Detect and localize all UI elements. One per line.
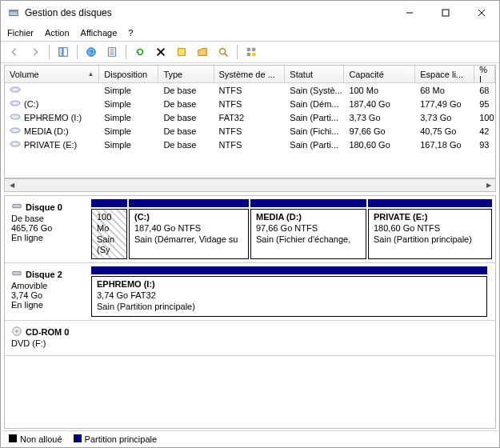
settings-button[interactable]: [242, 43, 260, 61]
volume-row[interactable]: SimpleDe baseNTFSSain (Systè...100 Mo68 …: [5, 83, 495, 97]
disk-label[interactable]: CD-ROM 0DVD (F:): [8, 324, 88, 352]
column-header-fs[interactable]: Système de ...: [214, 66, 286, 82]
svg-point-30: [14, 130, 17, 131]
volume-status: Sain (Systè...: [285, 86, 344, 95]
volume-list-body[interactable]: SimpleDe baseNTFSSain (Systè...100 Mo68 …: [5, 83, 495, 178]
search-button[interactable]: [214, 43, 232, 61]
svg-rect-3: [442, 10, 449, 16]
disk-label[interactable]: Disque 0De base465,76 GoEn ligne: [8, 199, 88, 259]
volume-fs: NTFS: [214, 126, 286, 136]
toolbar-separator: [237, 45, 238, 59]
cdrom-icon: [11, 326, 22, 338]
svg-rect-22: [252, 53, 255, 56]
volume-name: EPHREMO (I:): [24, 113, 82, 122]
svg-rect-20: [252, 48, 255, 51]
volume-status: Sain (Fichi...: [285, 126, 344, 136]
volume-pct: 42: [474, 126, 495, 136]
maximize-button[interactable]: [427, 1, 463, 25]
column-header-type[interactable]: Type: [158, 66, 214, 82]
volume-row[interactable]: EPHREMO (I:)SimpleDe baseFAT32Sain (Part…: [5, 110, 495, 124]
partition-size: 180,60 Go NTFS: [374, 223, 486, 234]
volume-row[interactable]: PRIVATE (E:)SimpleDe baseNTFSSain (Parti…: [5, 138, 495, 151]
volume-fs: FAT32: [214, 113, 286, 122]
column-header-capacity[interactable]: Capacité: [344, 66, 415, 82]
disk-row: Disque 0De base465,76 GoEn ligne100 MoSa…: [5, 196, 495, 263]
toolbar-separator: [77, 45, 78, 59]
open-button[interactable]: [194, 43, 211, 61]
menu-view[interactable]: Affichage: [81, 28, 118, 38]
volume-fs: NTFS: [214, 99, 286, 109]
volume-name: MEDIA (D:): [24, 126, 69, 136]
refresh-button[interactable]: [131, 43, 149, 61]
svg-text:?: ?: [89, 48, 93, 57]
volume-capacity: 97,66 Go: [344, 126, 415, 136]
scroll-left-arrow[interactable]: ◀: [5, 178, 18, 192]
svg-rect-7: [63, 48, 67, 57]
column-header-disposition[interactable]: Disposition: [99, 66, 158, 82]
menu-file[interactable]: Fichier: [7, 28, 34, 38]
disk-type: De base: [11, 214, 85, 223]
volume-status: Sain (Parti...: [285, 113, 344, 122]
menu-help[interactable]: ?: [128, 28, 133, 38]
partition-size: 100 Mo: [97, 212, 122, 234]
svg-rect-19: [247, 48, 250, 51]
help-button[interactable]: ?: [82, 43, 100, 61]
volume-fs: NTFS: [214, 86, 286, 95]
disk-row: Disque 2Amovible3,74 GoEn ligneEPHREMO (…: [5, 263, 495, 321]
partition-strip: [91, 199, 492, 207]
disk-name: CD-ROM 0: [26, 327, 69, 337]
close-button[interactable]: [463, 1, 499, 25]
svg-line-18: [225, 54, 228, 57]
disk-name: Disque 2: [26, 270, 62, 279]
partition-status: Sain (Partition principale): [374, 234, 486, 246]
menu-bar: Fichier Action Affichage ?: [1, 25, 499, 41]
disk-type: Amovible: [11, 281, 85, 290]
menu-action[interactable]: Action: [45, 28, 70, 38]
svg-point-24: [14, 89, 17, 90]
disk-partitions: 100 MoSain (Sy(C:)187,40 Go NTFSSain (Dé…: [91, 199, 492, 259]
toolbar-separator: [49, 45, 50, 59]
volume-row[interactable]: (C:)SimpleDe baseNTFSSain (Dém...187,40 …: [5, 97, 495, 110]
back-button[interactable]: [6, 43, 23, 61]
partition-name: EPHREMO (I:): [97, 279, 482, 290]
properties-button[interactable]: [103, 43, 121, 61]
partition-box[interactable]: PRIVATE (E:)180,60 Go NTFSSain (Partitio…: [368, 209, 492, 259]
partition-name: PRIVATE (E:): [374, 212, 486, 223]
window-title: Gestion des disques: [25, 7, 391, 18]
forward-button[interactable]: [26, 43, 44, 61]
legend-unallocated: Non alloué: [9, 434, 62, 444]
partition-name: MEDIA (D:): [256, 212, 361, 223]
scroll-right-arrow[interactable]: ▶: [482, 178, 495, 192]
legend-primary: Partition principale: [74, 434, 158, 444]
content-area: Volume▲ Disposition Type Système de ... …: [1, 63, 499, 447]
column-header-status[interactable]: Statut: [285, 66, 344, 82]
partition-status: Sain (Sy: [97, 234, 122, 257]
volume-type: De base: [158, 113, 214, 122]
volume-type: De base: [158, 126, 214, 136]
column-header-pct[interactable]: % l: [474, 66, 495, 82]
horizontal-scrollbar[interactable]: ◀ ▶: [4, 178, 496, 192]
partition-box[interactable]: (C:)187,40 Go NTFSSain (Démarrer, Vidage…: [129, 209, 249, 259]
svg-point-28: [14, 116, 17, 118]
volume-icon: [10, 84, 21, 97]
delete-button[interactable]: [152, 43, 170, 61]
toolbar: ?: [1, 41, 499, 63]
column-header-volume[interactable]: Volume▲: [5, 66, 99, 82]
partition-box[interactable]: MEDIA (D:)97,66 Go NTFSSain (Fichier d'é…: [250, 209, 366, 259]
show-hide-button[interactable]: [54, 43, 72, 61]
disk-status: En ligne: [11, 300, 85, 310]
volume-row[interactable]: MEDIA (D:)SimpleDe baseNTFSSain (Fichi..…: [5, 124, 495, 138]
volume-pct: 93: [474, 140, 495, 150]
disk-status: En ligne: [11, 233, 85, 242]
partition-box[interactable]: 100 MoSain (Sy: [91, 209, 127, 259]
partition-box[interactable]: EPHREMO (I:)3,74 Go FAT32Sain (Partition…: [91, 276, 487, 317]
minimize-button[interactable]: [391, 1, 427, 25]
column-header-free[interactable]: Espace li...: [415, 66, 474, 82]
disk-label[interactable]: Disque 2Amovible3,74 GoEn ligne: [8, 266, 88, 317]
partition-size: 3,74 Go FAT32: [97, 290, 482, 302]
bookmark-button[interactable]: [173, 43, 190, 61]
volume-name: (C:): [24, 99, 38, 109]
volume-disposition: Simple: [99, 126, 158, 136]
volume-type: De base: [158, 140, 214, 150]
partition-status: Sain (Partition principale): [97, 302, 482, 313]
